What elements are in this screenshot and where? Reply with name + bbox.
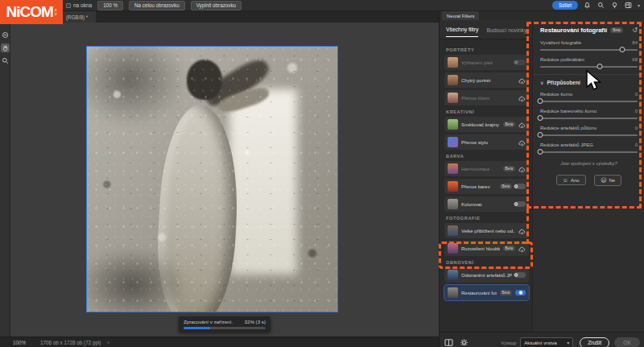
cloud-download-icon[interactable] (518, 73, 526, 88)
category-photography: FOTOGRAFIE (446, 216, 529, 221)
filter-thumbnail (448, 93, 458, 103)
split-view-icon[interactable] (444, 338, 453, 347)
category-color: BARVA (446, 154, 529, 159)
filter-item-makeup-transfer[interactable]: Přenos líčení (444, 90, 529, 105)
filter-item-skin-smoothing[interactable]: Vyhlazení pleti (444, 55, 529, 70)
canvas-area[interactable]: Zpracování v zařízení. 32% (3 s) (10, 23, 439, 337)
slider-value: 0 (635, 126, 638, 130)
slider-knob[interactable] (538, 115, 543, 121)
slider-track[interactable] (540, 151, 638, 153)
tab-future[interactable]: Budoucí novinky (486, 23, 526, 37)
filter-item-colorize[interactable]: Kolorovat (444, 196, 529, 212)
progress-track (184, 327, 266, 329)
zoom-tool-icon[interactable] (1, 56, 10, 65)
resize-windows-option[interactable]: na okna (66, 2, 92, 8)
highlight-connector (526, 209, 529, 244)
idea-icon[interactable] (610, 1, 619, 10)
toggle-on[interactable] (515, 290, 526, 295)
filter-item-landscape-mixer[interactable]: Směšovač krajiny Beta (444, 117, 529, 132)
filter-item-harmonization[interactable]: Harmonizace Beta (444, 161, 529, 176)
workspace-icon[interactable] (624, 1, 633, 10)
cloud-download-icon[interactable] (518, 91, 526, 105)
slider-knob[interactable] (538, 149, 543, 155)
gear-icon[interactable] (460, 338, 469, 347)
filter-list: PORTRÉTY Vyhlazení pleti Chytrý portrét … (440, 39, 532, 332)
slider-color-noise-reduction: Redukce barevného šumu 0 (540, 109, 638, 119)
status-bar: 100% 1706 ob x 1728 ob (72 ppi) › (0, 337, 439, 347)
filter-thumbnail (448, 137, 458, 147)
slider-halftone-artifacts-reduction: Redukce artefaktů půltónu 0 (540, 126, 638, 136)
toggle-off[interactable] (515, 201, 526, 207)
neural-filters-dialog: Neural Filters Všechny filtry Budoucí no… (439, 11, 644, 347)
slider-knob[interactable] (619, 47, 625, 52)
slider-value: 0 (635, 109, 638, 114)
cloud-download-icon[interactable] (518, 118, 526, 132)
beta-badge: Beta (503, 166, 515, 171)
slider-track[interactable] (540, 49, 638, 51)
dialog-footer: Výstup Aktuální vrstva ▾ Zrušit OK (440, 332, 644, 347)
category-creative: KREATIVNÍ (446, 109, 529, 114)
photo-preview[interactable] (86, 46, 338, 312)
slider-track[interactable] (540, 118, 638, 119)
cancel-button[interactable]: Zrušit (580, 337, 609, 347)
ok-button[interactable]: OK (614, 337, 640, 347)
processing-toast: Zpracování v zařízení. 32% (3 s) (179, 316, 270, 333)
slider-knob[interactable] (597, 64, 602, 69)
status-zoom[interactable]: 100% (13, 340, 26, 345)
output-select[interactable]: Aktuální vrstva ▾ (520, 337, 573, 347)
feedback-yes-button[interactable]: ☺ Ano (556, 175, 586, 185)
beta-badge: Beta (610, 27, 622, 33)
cloud-download-icon[interactable] (518, 224, 526, 238)
fill-screen-button[interactable]: Vyplnit obrazovku (191, 1, 242, 10)
toggle-off[interactable] (515, 272, 526, 278)
filter-thumbnail (448, 225, 458, 236)
nicom-logo: NiCOM cz (0, 0, 63, 24)
slider-track[interactable] (540, 134, 638, 136)
filter-item-smart-portrait[interactable]: Chytrý portrét (444, 72, 529, 88)
filter-thumbnail (448, 270, 458, 280)
app-top-bar: na okna 100 % Na celou obrazovku Vyplnit… (0, 0, 644, 11)
frown-icon: ☹ (601, 177, 606, 184)
feedback-no-button[interactable]: ☹ Ne (594, 175, 621, 186)
filter-item-super-zoom[interactable]: Velké přiblížení nebo od... (444, 223, 529, 238)
cloud-download-icon[interactable] (518, 242, 526, 256)
slider-value: 68 (632, 57, 638, 62)
filter-item-style-transfer[interactable]: Přenos stylu (444, 134, 529, 150)
zoom-100-button[interactable]: 100 % (97, 1, 123, 10)
filter-thumbnail (448, 163, 458, 174)
toggle-off[interactable] (515, 60, 526, 65)
processing-label: Zpracování v zařízení. (184, 319, 233, 324)
output-label: Výstup (501, 340, 516, 345)
filter-params-panel: Restaurování fotografií Beta ↺ Vyvážení … (532, 20, 644, 332)
reset-icon[interactable]: ↺ (632, 27, 638, 34)
hand-tool-icon[interactable] (1, 43, 10, 52)
beta-badge: Beta (500, 184, 512, 189)
fit-screen-button[interactable]: Na celou obrazovku (129, 1, 185, 10)
document-tab-strip: (RGB/8) * (0, 11, 439, 23)
filter-item-photo-restoration[interactable]: Restaurování foto... Beta (444, 285, 529, 300)
beta-badge: Beta (500, 290, 512, 295)
chevron-down-icon[interactable]: ▾ (638, 2, 640, 8)
cloud-download-icon[interactable] (518, 162, 526, 176)
filter-thumbnail (448, 119, 458, 130)
logo-text: NiCOM (6, 3, 53, 21)
cloud-download-icon[interactable] (518, 135, 526, 150)
slider-knob[interactable] (538, 132, 543, 138)
circle-minus-icon[interactable] (1, 31, 10, 39)
filter-thumbnail (448, 75, 458, 85)
slider-track[interactable] (540, 101, 638, 102)
share-button[interactable]: Sdílet (552, 1, 578, 10)
slider-jpeg-artifacts-reduction: Redukce artefaktů JPEG 0 (540, 143, 638, 153)
bell-icon[interactable] (583, 1, 592, 10)
status-chevron-icon[interactable]: › (107, 340, 109, 345)
search-icon[interactable] (597, 1, 605, 10)
slider-track[interactable] (540, 66, 638, 68)
filter-item-depth-blur[interactable]: Rozostření hloubky Beta (444, 241, 529, 256)
status-doc-info: 1706 ob x 1728 ob (72 ppi) (40, 340, 101, 345)
checkbox[interactable] (66, 3, 71, 8)
filter-item-jpeg-artifacts-removal[interactable]: Odstranění artefaktů JPEG (444, 267, 529, 283)
tab-all-filters[interactable]: Všechny filtry (446, 22, 478, 37)
slider-knob[interactable] (538, 98, 543, 104)
toggle-off[interactable] (515, 184, 526, 189)
filter-item-color-transfer[interactable]: Přenos barev Beta (444, 179, 529, 194)
